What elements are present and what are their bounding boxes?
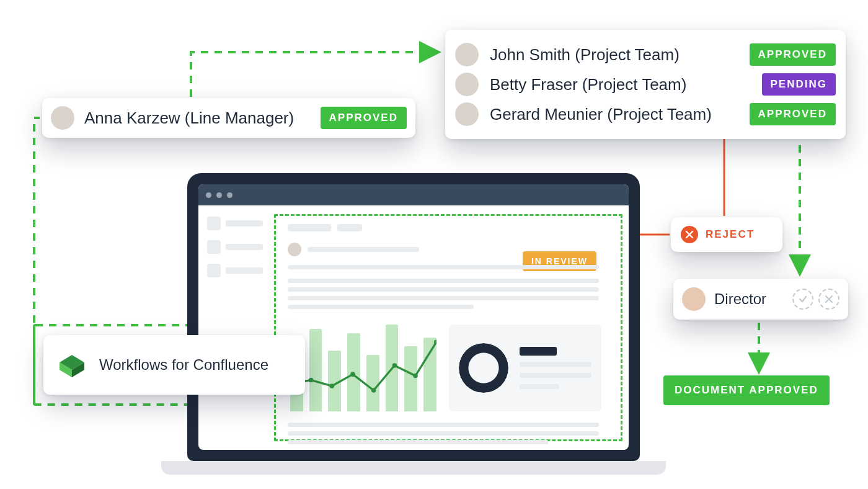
page-author-avatar — [288, 243, 301, 256]
bar — [386, 325, 399, 411]
approver-card-director: Director — [673, 279, 848, 320]
window-titlebar — [198, 184, 629, 205]
product-card: Workflows for Confluence — [43, 335, 305, 395]
approver-card-stage2: John Smith (Project Team) APPROVED Betty… — [445, 30, 846, 139]
avatar — [455, 73, 479, 96]
team-row: Gerard Meunier (Project Team) APPROVED — [455, 99, 836, 129]
confluence-page-mock: IN REVIEW — [198, 184, 629, 450]
status-badge: APPROVED — [321, 107, 407, 129]
approver-card-stage1: Anna Karzew (Line Manager) APPROVED — [42, 98, 415, 138]
bar — [309, 329, 322, 411]
reject-label: REJECT — [706, 228, 755, 241]
status-badge: APPROVED — [750, 103, 836, 125]
reject-icon[interactable] — [818, 289, 839, 310]
document-approved-badge: DOCUMENT APPROVED — [663, 375, 830, 405]
bar — [366, 355, 379, 411]
laptop: IN REVIEW — [187, 173, 640, 475]
bar-chart — [290, 325, 436, 411]
bar — [328, 351, 341, 411]
avatar — [682, 287, 706, 311]
bar — [347, 333, 360, 411]
product-name: Workflows for Confluence — [99, 356, 268, 374]
status-badge: APPROVED — [750, 43, 836, 66]
approve-icon[interactable] — [792, 289, 813, 310]
window-dot — [227, 192, 232, 198]
workflows-logo-icon — [57, 350, 87, 380]
window-dot — [206, 192, 211, 198]
bar — [404, 346, 417, 411]
donut-card — [449, 325, 601, 411]
approver-name: Gerard Meunier (Project Team) — [490, 105, 712, 124]
page-sidebar — [198, 205, 272, 450]
avatar — [51, 106, 74, 130]
approver-name: Betty Fraser (Project Team) — [490, 75, 686, 94]
reject-action-card[interactable]: REJECT — [671, 217, 782, 252]
donut-chart — [459, 343, 508, 393]
team-row: Betty Fraser (Project Team) PENDING — [455, 70, 836, 99]
director-title: Director — [714, 290, 766, 308]
chart-row — [290, 325, 601, 411]
approver-name: John Smith (Project Team) — [490, 45, 680, 65]
team-row: John Smith (Project Team) APPROVED — [455, 40, 836, 70]
close-circle-icon — [681, 226, 698, 243]
avatar — [455, 102, 479, 126]
window-dot — [216, 192, 222, 198]
avatar — [455, 43, 479, 66]
approver-name: Anna Karzew (Line Manager) — [84, 109, 294, 128]
status-badge: PENDING — [762, 73, 836, 96]
final-status: DOCUMENT APPROVED — [663, 375, 830, 405]
bar — [423, 338, 436, 411]
